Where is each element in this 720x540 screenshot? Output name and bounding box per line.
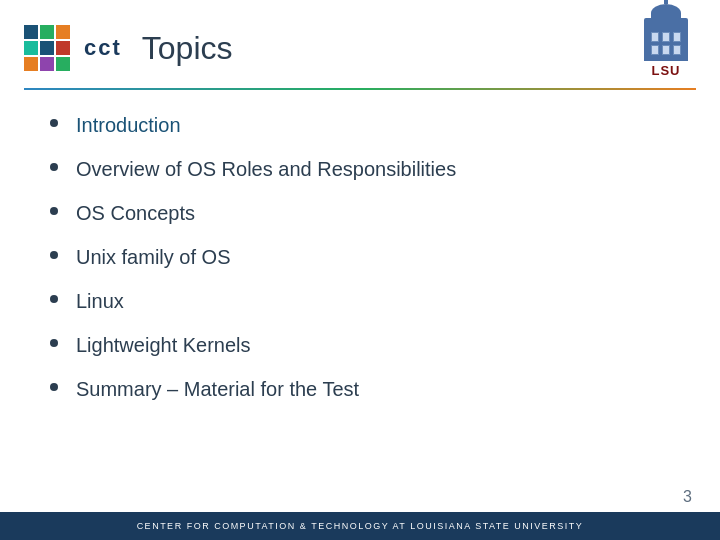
lsu-logo: LSU — [636, 18, 696, 78]
footer-text: CENTER FOR COMPUTATION & TECHNOLOGY AT L… — [137, 521, 584, 531]
bullet-dot — [50, 163, 58, 171]
bullet-dot — [50, 383, 58, 391]
lsu-windows-icon — [651, 32, 681, 55]
list-item: Overview of OS Roles and Responsibilitie… — [50, 156, 680, 182]
footer: CENTER FOR COMPUTATION & TECHNOLOGY AT L… — [0, 512, 720, 540]
list-item: Lightweight Kernels — [50, 332, 680, 358]
bullet-text: OS Concepts — [76, 200, 195, 226]
page-title: Topics — [142, 30, 636, 67]
bullet-dot — [50, 119, 58, 127]
bullet-dot — [50, 207, 58, 215]
lsu-logo-text: LSU — [652, 63, 681, 78]
list-item: Linux — [50, 288, 680, 314]
list-item: Introduction — [50, 112, 680, 138]
bullet-dot — [50, 295, 58, 303]
list-item: Unix family of OS — [50, 244, 680, 270]
topics-list: IntroductionOverview of OS Roles and Res… — [50, 112, 680, 402]
page-number: 3 — [683, 488, 692, 506]
list-item: OS Concepts — [50, 200, 680, 226]
bullet-text: Lightweight Kernels — [76, 332, 251, 358]
header: cct Topics LSU — [0, 0, 720, 88]
lsu-spire-icon — [664, 0, 668, 4]
content-area: IntroductionOverview of OS Roles and Res… — [0, 90, 720, 430]
bullet-text: Unix family of OS — [76, 244, 230, 270]
bullet-text: Summary – Material for the Test — [76, 376, 359, 402]
bullet-text: Overview of OS Roles and Responsibilitie… — [76, 156, 456, 182]
lsu-building-icon — [644, 18, 688, 61]
bullet-dot — [50, 251, 58, 259]
lsu-dome-icon — [651, 4, 681, 22]
cct-logo-grid — [24, 25, 70, 71]
cct-logo-text: cct — [84, 35, 122, 61]
bullet-text: Introduction — [76, 112, 181, 138]
list-item: Summary – Material for the Test — [50, 376, 680, 402]
bullet-text: Linux — [76, 288, 124, 314]
bullet-dot — [50, 339, 58, 347]
